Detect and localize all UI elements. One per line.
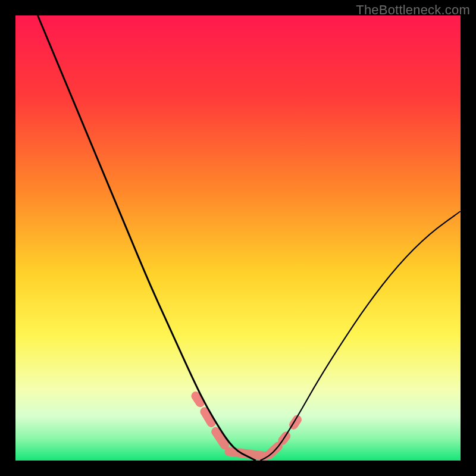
bottleneck-chart [15,15,461,461]
chart-frame: TheBottleneck.com [0,0,476,476]
gradient-background [15,15,461,461]
noise-segment [196,396,200,403]
plot-area [15,15,461,461]
watermark-text: TheBottleneck.com [356,2,470,18]
